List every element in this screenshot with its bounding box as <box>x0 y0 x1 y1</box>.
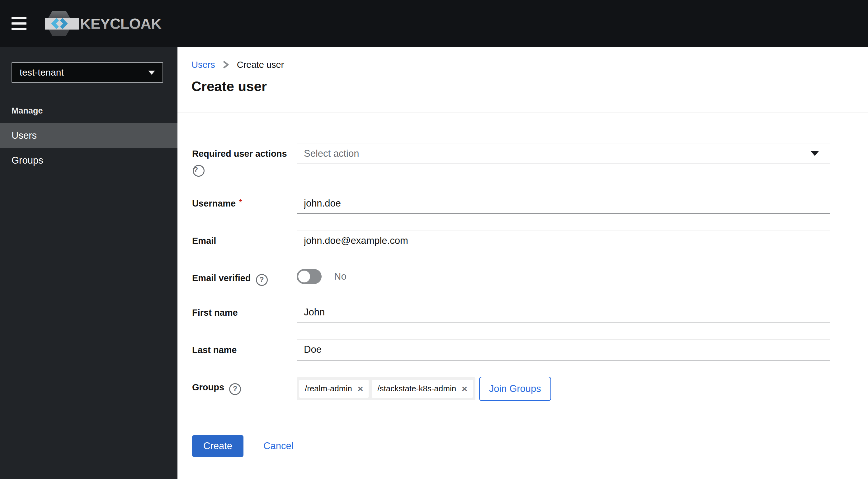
form-group-email-verified: Email verified? No <box>192 268 868 286</box>
breadcrumb-current: Create user <box>237 59 284 70</box>
help-icon[interactable]: ? <box>193 165 205 177</box>
username-label: Username <box>192 199 236 208</box>
email-verified-state: No <box>334 271 346 282</box>
sidebar-divider <box>0 94 178 94</box>
form-group-required-user-actions: Required user actions ? Select action <box>192 143 868 177</box>
cancel-link[interactable]: Cancel <box>264 440 293 452</box>
groups-label: Groups <box>192 382 224 392</box>
email-input[interactable] <box>297 230 830 251</box>
close-icon[interactable]: × <box>358 384 363 394</box>
form-group-email: Email <box>192 230 868 251</box>
required-actions-select[interactable]: Select action <box>297 143 830 164</box>
nav-toggle-button[interactable] <box>11 16 27 31</box>
username-input[interactable] <box>297 193 830 214</box>
hamburger-icon <box>11 17 27 19</box>
main-content: Users Create user Create user Required u… <box>178 47 868 479</box>
breadcrumb: Users Create user <box>191 59 868 70</box>
chip-label: /stackstate-k8s-admin <box>377 384 456 394</box>
email-verified-toggle[interactable] <box>297 269 321 284</box>
email-verified-label: Email verified <box>192 273 251 283</box>
chip-label: /realm-admin <box>305 384 352 394</box>
form-group-last-name: Last name <box>192 339 868 361</box>
select-placeholder: Select action <box>304 148 359 159</box>
create-user-form: Required user actions ? Select action Us… <box>178 113 868 457</box>
chevron-down-icon <box>148 71 155 75</box>
realm-selector-value: test-tenant <box>20 67 64 78</box>
form-actions: Create Cancel <box>192 435 868 457</box>
form-group-username: Username* <box>192 193 868 214</box>
form-group-first-name: First name <box>192 302 868 323</box>
breadcrumb-link-users[interactable]: Users <box>191 59 215 70</box>
form-group-groups: Groups? /realm-admin × /stackstate-k8s-a… <box>192 377 868 401</box>
create-button[interactable]: Create <box>192 435 244 457</box>
sidebar-item-label: Groups <box>11 155 43 166</box>
switch-knob <box>298 271 310 282</box>
required-user-actions-label: Required user actions <box>192 149 287 159</box>
nav-section-title-manage: Manage <box>11 106 178 116</box>
close-icon[interactable]: × <box>462 384 467 394</box>
keycloak-logo-text: KEYCLOAK <box>80 15 162 32</box>
breadcrumb-separator-icon <box>222 59 230 70</box>
page-header: Users Create user Create user <box>178 47 868 113</box>
groups-chip-group: /realm-admin × /stackstate-k8s-admin × <box>297 377 475 400</box>
first-name-input[interactable] <box>297 302 830 323</box>
chip-stackstate-k8s-admin: /stackstate-k8s-admin × <box>372 380 473 398</box>
chip-realm-admin: /realm-admin × <box>299 380 369 398</box>
sidebar-item-users[interactable]: Users <box>0 123 178 148</box>
join-groups-button[interactable]: Join Groups <box>479 377 551 401</box>
sidebar-nav: Users Groups <box>0 123 178 173</box>
last-name-label: Last name <box>192 345 237 355</box>
sidebar-item-groups[interactable]: Groups <box>0 148 178 173</box>
page-title: Create user <box>191 78 868 95</box>
caret-down-icon <box>811 151 819 156</box>
keycloak-logo: KEYCLOAK <box>45 6 170 40</box>
sidebar-item-label: Users <box>11 130 37 141</box>
last-name-input[interactable] <box>297 339 830 361</box>
email-label: Email <box>192 236 216 246</box>
help-icon[interactable]: ? <box>256 274 268 286</box>
realm-selector-dropdown[interactable]: test-tenant <box>11 62 163 83</box>
sidebar: test-tenant Manage Users Groups <box>0 47 178 479</box>
first-name-label: First name <box>192 308 238 317</box>
masthead: KEYCLOAK <box>0 0 868 47</box>
help-icon[interactable]: ? <box>229 383 241 395</box>
required-asterisk: * <box>239 198 242 207</box>
